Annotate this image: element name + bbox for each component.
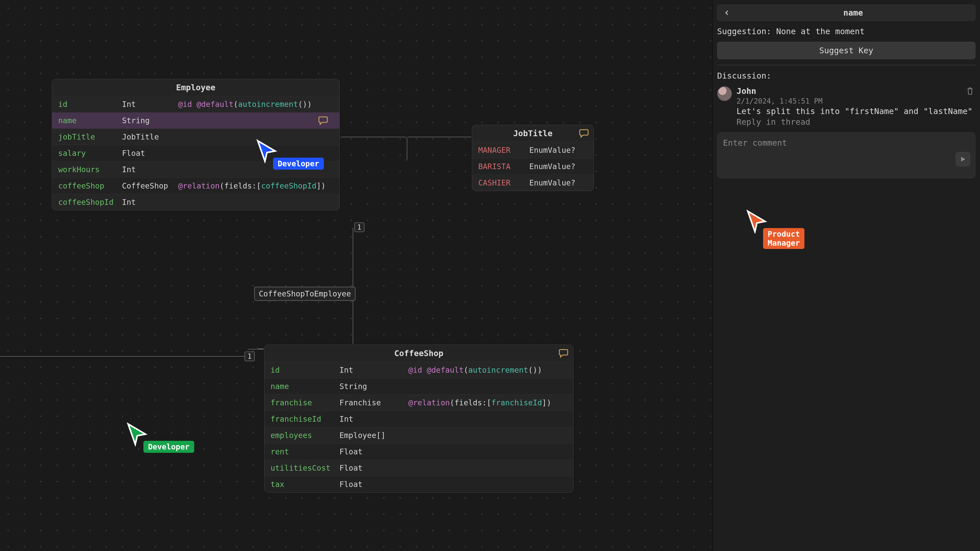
field-type: Int (122, 100, 178, 109)
enum-name: CASHIER (478, 178, 529, 187)
table-row[interactable]: jobTitle JobTitle (52, 129, 339, 145)
wire-employee-jobtitle-a (340, 137, 407, 161)
field-name: id (270, 365, 339, 375)
table-row[interactable]: workHours Int (52, 161, 339, 178)
table-row[interactable]: salary Float (52, 145, 339, 161)
wire-left-off (0, 356, 248, 357)
table-row[interactable]: name String (264, 378, 573, 394)
presence-cursor-green: Developer (125, 422, 150, 446)
comment-timestamp: 2/1/2024, 1:45:51 PM (737, 97, 975, 105)
table-row[interactable]: CASHIER EnumValue? (472, 175, 593, 191)
field-name: coffeeShop (58, 181, 122, 190)
cardinality-badge-top: 1 (354, 222, 364, 232)
schema-canvas[interactable]: 1 1 CoffeeShopToEmployee Employee id Int… (0, 0, 713, 551)
comment-text: Let's split this into "firstName" and "l… (737, 106, 975, 116)
table-row[interactable]: id Int @id @default ( autoincrement () ) (264, 362, 573, 378)
field-name: franchise (270, 398, 339, 407)
enum-type: EnumValue? (529, 178, 587, 187)
field-type: Franchise (339, 398, 408, 407)
table-coffeeshop-header[interactable]: CoffeeShop (264, 345, 573, 362)
table-employee[interactable]: Employee id Int @id @default ( autoincre… (52, 79, 340, 211)
field-type: Int (122, 165, 178, 174)
suggestion-line: Suggestion: None at the moment (717, 27, 975, 36)
table-row[interactable]: id Int @id @default ( autoincrement () ) (52, 96, 339, 112)
details-sidebar: name Suggestion: None at the moment Sugg… (713, 0, 980, 551)
enum-type: EnumValue? (529, 162, 587, 171)
send-icon (959, 156, 966, 163)
comment-icon[interactable] (558, 349, 569, 358)
field-name: jobTitle (58, 132, 122, 141)
send-comment-button[interactable] (956, 152, 970, 166)
reply-in-thread-link[interactable]: Reply in thread (737, 117, 975, 127)
field-type: Float (122, 149, 178, 158)
field-type: Float (339, 447, 408, 456)
wire-coffee-in (248, 349, 264, 349)
table-row-selected[interactable]: name String (52, 112, 339, 129)
sidebar-title: name (736, 8, 970, 17)
table-row[interactable]: coffeeShopId Int (52, 194, 339, 210)
discussion-heading: Discussion: (717, 71, 975, 81)
comment-input-container (717, 132, 975, 178)
cursor-icon (125, 422, 150, 446)
field-type: String (339, 382, 408, 391)
enum-name: BARISTA (478, 162, 529, 171)
field-name: workHours (58, 165, 122, 174)
table-row[interactable]: franchise Franchise @relation ( fields :… (264, 394, 573, 411)
field-type: Float (339, 464, 408, 472)
field-name: coffeeShopId (58, 198, 122, 206)
trash-icon (966, 87, 974, 95)
comment-icon[interactable] (579, 129, 589, 138)
table-coffeeshop[interactable]: CoffeeShop id Int @id @default ( autoinc… (264, 345, 574, 493)
cardinality-badge-bottom: 1 (245, 351, 255, 361)
field-type: Employee[] (339, 431, 408, 440)
table-row[interactable]: MANAGER EnumValue? (472, 142, 593, 158)
field-annot: @id @default ( autoincrement () ) (408, 365, 567, 375)
table-row[interactable]: rent Float (264, 443, 573, 460)
divider (717, 65, 975, 65)
table-row[interactable]: tax Float (264, 476, 573, 492)
field-name: utilitiesCost (270, 464, 339, 472)
field-name: name (58, 116, 122, 125)
table-row[interactable]: BARISTA EnumValue? (472, 158, 593, 175)
comment-input[interactable] (722, 138, 970, 148)
table-row[interactable]: franchiseId Int (264, 411, 573, 427)
field-name: tax (270, 480, 339, 489)
table-jobtitle[interactable]: JobTitle MANAGER EnumValue? BARISTA Enum… (472, 124, 594, 191)
field-type: Int (339, 365, 408, 375)
delete-comment-button[interactable] (966, 87, 974, 95)
field-annot: @relation ( fields : [ franchiseId ] ) (408, 398, 567, 407)
table-employee-title: Employee (176, 83, 215, 92)
enum-type: EnumValue? (529, 146, 587, 155)
field-annot: @relation ( fields : [ coffeeShopId ] ) (178, 181, 326, 190)
field-type: Int (339, 414, 408, 424)
comment: John 2/1/2024, 1:45:51 PM Let's split th… (717, 86, 975, 127)
comment-author: John (737, 86, 975, 96)
field-name: id (58, 100, 122, 109)
field-name: franchiseId (270, 414, 339, 424)
presence-label: Developer (143, 441, 194, 453)
wire-employee-jobtitle-b (407, 137, 472, 137)
field-name: name (270, 382, 339, 391)
comment-icon[interactable] (318, 116, 333, 125)
chevron-left-icon (724, 10, 730, 16)
field-type: String (122, 116, 178, 125)
field-type: CoffeeShop (122, 181, 178, 190)
sidebar-title-row: name (717, 5, 975, 21)
field-name: rent (270, 447, 339, 456)
field-annot: @id @default ( autoincrement () ) (178, 100, 318, 109)
table-row[interactable]: coffeeShop CoffeeShop @relation ( fields… (52, 178, 339, 194)
field-type: Float (339, 480, 408, 489)
back-button[interactable] (722, 10, 732, 16)
table-jobtitle-title: JobTitle (513, 129, 552, 138)
avatar[interactable] (717, 86, 732, 101)
field-type: JobTitle (122, 132, 178, 141)
relation-label: CoffeeShopToEmployee (254, 287, 355, 301)
table-coffeeshop-title: CoffeeShop (394, 348, 444, 358)
table-employee-header[interactable]: Employee (52, 79, 339, 96)
table-row[interactable]: utilitiesCost Float (264, 460, 573, 476)
field-name: salary (58, 149, 122, 158)
table-jobtitle-header[interactable]: JobTitle (472, 125, 593, 142)
suggest-key-button[interactable]: Suggest Key (717, 42, 975, 59)
table-row[interactable]: employees Employee[] (264, 427, 573, 443)
field-type: Int (122, 198, 178, 206)
